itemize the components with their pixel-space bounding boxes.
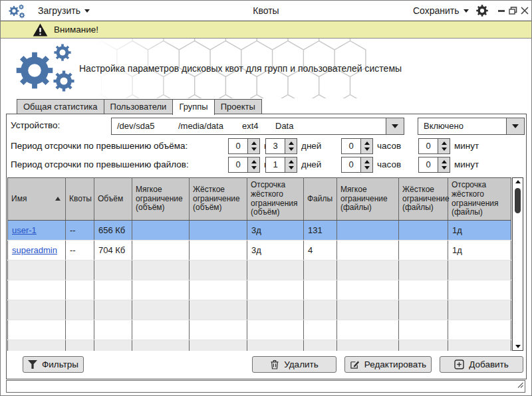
grace-files-days-spinbox[interactable]: 1 <box>265 157 297 173</box>
table-row-empty[interactable] <box>8 280 511 300</box>
device-row: Устройство: /dev/sda5 /media/data ext4 D… <box>7 118 526 135</box>
table-row-user-1[interactable]: user-1 -- 656 Кб 3д 131 1д <box>8 221 511 241</box>
spin-down-icon[interactable] <box>442 166 447 169</box>
load-menu[interactable]: Загрузить <box>38 1 90 21</box>
header-logo-icon <box>13 44 76 96</box>
spin-value[interactable]: 0 <box>229 157 247 172</box>
load-menu-label: Загрузить <box>38 5 80 16</box>
table-cell <box>399 221 448 241</box>
table-cell <box>8 340 66 351</box>
spin-down-icon[interactable] <box>364 148 370 151</box>
tab-general-stats[interactable]: Общая статистика <box>17 99 104 114</box>
spin-value[interactable]: 3 <box>266 139 285 153</box>
spin-stepper[interactable] <box>285 157 297 172</box>
grace-files-hours-spinbox[interactable]: 0 <box>341 157 373 173</box>
spin-stepper[interactable] <box>438 157 450 172</box>
header-description: Настройка параметров дисковых квот для г… <box>79 39 402 98</box>
table-cell <box>132 241 190 260</box>
save-menu[interactable]: Сохранить <box>413 1 469 21</box>
spin-value[interactable]: 0 <box>342 157 360 172</box>
grace-volume-days-spinbox[interactable]: 3 <box>265 138 297 154</box>
spin-up-icon[interactable] <box>364 142 370 145</box>
grace-files-minutes-spinbox[interactable]: 0 <box>418 157 450 173</box>
table-row-empty[interactable] <box>8 320 511 340</box>
device-dropdown-button[interactable] <box>386 118 404 134</box>
resize-grip[interactable] <box>516 379 523 391</box>
spin-stepper[interactable] <box>360 157 372 172</box>
vertical-scrollbar[interactable] <box>512 177 523 351</box>
close-icon[interactable] <box>519 6 529 15</box>
table-cell <box>448 320 511 340</box>
user-link[interactable]: superadmin <box>12 245 57 255</box>
table-row-superadmin[interactable]: superadmin -- 704 Кб 3д 4 1д <box>8 241 511 260</box>
spin-down-icon[interactable] <box>364 166 370 169</box>
table-cell <box>448 260 511 280</box>
user-link[interactable]: user-1 <box>12 225 37 235</box>
status-dropdown-button[interactable] <box>506 118 524 134</box>
unit-label: часов <box>377 157 401 173</box>
column-header-hard-files[interactable]: Жёсткое ограничение (файлы) <box>399 178 448 221</box>
status-combobox[interactable]: Включено <box>418 118 525 135</box>
grace-volume-minutes-spinbox[interactable]: 0 <box>418 138 450 154</box>
table-row-empty[interactable] <box>8 300 511 320</box>
spin-down-icon[interactable] <box>251 148 257 151</box>
spin-stepper[interactable] <box>360 139 372 153</box>
column-header-files[interactable]: Файлы <box>304 178 337 221</box>
spin-stepper[interactable] <box>247 157 259 172</box>
device-combobox[interactable]: /dev/sda5 /media/data ext4 Data <box>111 118 404 135</box>
minimize-button[interactable] <box>497 6 507 15</box>
spin-up-icon[interactable] <box>364 160 370 163</box>
spin-down-icon[interactable] <box>251 166 257 169</box>
spin-value[interactable]: 0 <box>342 139 360 153</box>
spin-stepper[interactable] <box>247 139 259 153</box>
spin-up-icon[interactable] <box>289 142 294 145</box>
filters-button[interactable]: Фильтры <box>23 356 84 373</box>
spin-up-icon[interactable] <box>442 160 447 163</box>
add-button-label: Добавить <box>469 359 509 369</box>
grace-volume-hours-spinbox[interactable]: 0 <box>341 138 373 154</box>
table-row-empty[interactable] <box>8 340 511 351</box>
table-row-empty[interactable] <box>8 260 511 280</box>
grace-files-weeks-spinbox[interactable]: 0 <box>228 157 260 173</box>
scroll-up-button[interactable] <box>513 180 523 183</box>
column-header-hard-volume[interactable]: Жёсткое ограничение (объём) <box>190 178 247 221</box>
spin-down-icon[interactable] <box>289 166 294 169</box>
filter-icon <box>28 360 37 369</box>
scroll-down-button[interactable] <box>513 345 523 348</box>
maximize-button[interactable] <box>508 6 518 15</box>
spin-down-icon[interactable] <box>289 148 294 151</box>
column-header-soft-files[interactable]: Мягкое ограничение (файлы) <box>337 178 399 221</box>
spin-value[interactable]: 0 <box>419 157 438 172</box>
column-header-quotas[interactable]: Квоты <box>66 178 94 221</box>
grace-volume-weeks-spinbox[interactable]: 0 <box>228 138 260 154</box>
column-header-volume[interactable]: Объём <box>94 178 132 221</box>
tab-projects[interactable]: Проекты <box>214 99 262 114</box>
table-cell <box>337 300 399 320</box>
settings-gear-icon[interactable] <box>475 4 489 20</box>
scrollbar-thumb[interactable] <box>515 188 521 213</box>
spin-value[interactable]: 0 <box>419 139 438 153</box>
table-cell <box>304 260 337 280</box>
spin-up-icon[interactable] <box>442 142 447 145</box>
tab-groups[interactable]: Группы <box>172 99 214 115</box>
column-header-soft-volume[interactable]: Мягкое ограничение (объём) <box>132 178 190 221</box>
tab-users[interactable]: Пользователи <box>104 99 174 114</box>
spin-up-icon[interactable] <box>251 142 257 145</box>
column-header-name[interactable]: Имя <box>8 178 66 221</box>
spin-value[interactable]: 1 <box>266 157 285 172</box>
edit-button[interactable]: Редактировать <box>344 356 432 373</box>
spin-up-icon[interactable] <box>251 160 257 163</box>
spin-stepper[interactable] <box>285 139 297 153</box>
add-button[interactable]: Добавить <box>440 356 523 373</box>
spin-down-icon[interactable] <box>442 148 447 151</box>
column-header-grace-files[interactable]: Отсрочка жёсткого ограничения (файлы) <box>448 178 511 221</box>
spin-value[interactable]: 0 <box>229 139 247 153</box>
column-header-grace-volume[interactable]: Отсрочка жёсткого ограничения (объём) <box>247 178 304 221</box>
save-menu-label: Сохранить <box>413 5 460 16</box>
table-cell <box>66 320 94 340</box>
spin-up-icon[interactable] <box>289 160 294 163</box>
delete-button[interactable]: Удалить <box>252 356 336 373</box>
spin-stepper[interactable] <box>438 139 450 153</box>
unit-label: дней <box>301 157 321 173</box>
table-cell: 131 <box>304 221 337 241</box>
